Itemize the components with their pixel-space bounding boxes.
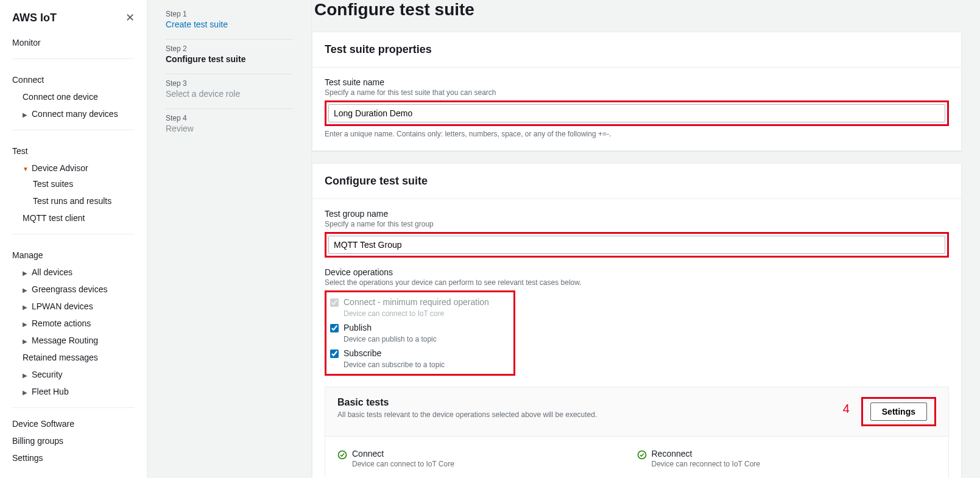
close-icon[interactable]: ✕ — [125, 11, 135, 24]
wizard-steps: Step 1 Create test suite Step 2 Configur… — [147, 0, 312, 478]
op-publish[interactable]: Publish — [330, 320, 489, 335]
step-1[interactable]: Step 1 Create test suite — [166, 5, 293, 40]
sidebar-item-device-advisor[interactable]: ▼Device Advisor — [12, 160, 135, 177]
sidebar-item-fleethub[interactable]: ▶Fleet Hub — [12, 383, 135, 400]
sidebar-item-test[interactable]: Test — [12, 138, 135, 160]
caret-right-icon: ▶ — [23, 270, 29, 276]
op-subscribe-desc: Device can subscribe to a topic — [330, 360, 489, 371]
sidebar-item-mqtt-client[interactable]: MQTT test client — [12, 209, 135, 227]
field-help: Enter a unique name. Contains only: lett… — [325, 126, 949, 138]
caret-right-icon: ▶ — [23, 287, 29, 293]
sidebar-item-test-suites[interactable]: Test suites — [12, 177, 135, 192]
caret-right-icon: ▶ — [23, 372, 29, 379]
sidebar-item-lpwan[interactable]: ▶LPWAN devices — [12, 298, 135, 315]
panel-test-suite-properties: Test suite properties Test suite name Sp… — [312, 32, 962, 151]
sidebar-item-test-runs[interactable]: Test runs and results — [12, 192, 135, 209]
field-hint: Specify a name for this test suite that … — [325, 87, 949, 100]
test-reconnect: Reconnect Device can reconnect to IoT Co… — [637, 445, 937, 477]
checkbox-publish[interactable] — [330, 324, 339, 332]
op-publish-desc: Device can publish to a topic — [330, 335, 489, 346]
sidebar-item-billing[interactable]: Billing groups — [12, 432, 135, 449]
field-label-device-ops: Device operations — [325, 267, 949, 277]
caret-right-icon: ▶ — [23, 389, 29, 396]
step-2: Step 2 Configure test suite — [166, 40, 293, 74]
sidebar: AWS IoT ✕ Monitor Connect Connect one de… — [0, 0, 147, 478]
test-group-name-input[interactable] — [328, 236, 945, 254]
op-connect: Connect - minimum required operation — [330, 295, 489, 309]
check-circle-icon — [337, 450, 347, 460]
sidebar-item-connect-one[interactable]: Connect one device — [12, 88, 135, 105]
sidebar-title: AWS IoT — [12, 12, 57, 24]
test-suite-name-input[interactable] — [328, 104, 945, 122]
checkbox-subscribe[interactable] — [330, 350, 339, 358]
sidebar-item-retained[interactable]: Retained messages — [12, 349, 135, 366]
divider — [12, 58, 135, 59]
settings-button[interactable]: Settings — [870, 402, 927, 421]
caret-right-icon: ▶ — [23, 338, 29, 345]
divider — [12, 130, 135, 130]
sidebar-item-connect[interactable]: Connect — [12, 66, 135, 88]
field-label-group-name: Test group name — [325, 209, 949, 219]
page-title: Configure test suite — [312, 0, 962, 32]
sidebar-item-remote[interactable]: ▶Remote actions — [12, 315, 135, 332]
panel-configure-test-suite: Configure test suite Test group name Spe… — [312, 163, 962, 478]
check-circle-icon — [637, 450, 647, 460]
op-connect-desc: Device can connect to IoT core — [330, 309, 489, 320]
subpanel-basic-tests: Basic tests All basic tests relevant to … — [325, 387, 949, 478]
caret-right-icon: ▶ — [23, 304, 29, 311]
op-subscribe[interactable]: Subscribe — [330, 346, 489, 360]
caret-right-icon: ▶ — [23, 111, 29, 118]
divider — [12, 234, 135, 234]
annotation-4: 4 — [843, 402, 850, 416]
sidebar-item-all-devices[interactable]: ▶All devices — [12, 264, 135, 281]
basic-tests-heading: Basic tests — [337, 397, 597, 408]
sidebar-item-settings[interactable]: Settings — [12, 449, 135, 466]
caret-right-icon: ▶ — [23, 321, 29, 328]
sidebar-item-security[interactable]: ▶Security — [12, 366, 135, 383]
test-connect: Connect Device can connect to IoT Core — [337, 445, 637, 477]
field-hint: Select the operations your device can pe… — [325, 277, 949, 290]
sidebar-item-greengrass[interactable]: ▶Greengrass devices — [12, 281, 135, 298]
panel-heading: Configure test suite — [325, 175, 949, 188]
field-hint: Specify a name for this test group — [325, 219, 949, 232]
panel-heading: Test suite properties — [325, 43, 949, 56]
checkbox-connect — [330, 298, 339, 307]
step-3: Step 3 Select a device role — [166, 74, 293, 109]
sidebar-item-manage[interactable]: Manage — [12, 242, 135, 264]
field-label-suite-name: Test suite name — [325, 77, 949, 87]
caret-down-icon: ▼ — [23, 166, 29, 172]
main-content: Configure test suite Test suite properti… — [312, 0, 980, 478]
basic-tests-desc: All basic tests relevant to the device o… — [337, 408, 597, 419]
sidebar-item-monitor[interactable]: Monitor — [12, 34, 135, 51]
divider — [12, 407, 135, 408]
sidebar-item-routing[interactable]: ▶Message Routing — [12, 332, 135, 349]
sidebar-item-device-software[interactable]: Device Software — [12, 415, 135, 432]
step-4: Step 4 Review — [166, 109, 293, 143]
sidebar-item-connect-many[interactable]: ▶Connect many devices — [12, 105, 135, 122]
